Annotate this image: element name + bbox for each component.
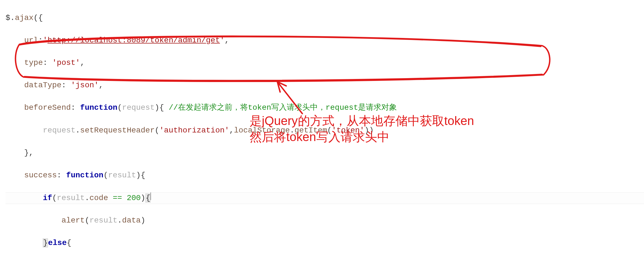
prop-beforesend: beforeSend	[24, 103, 71, 112]
url-string: http://localhost:8089/token/admin/get	[47, 36, 220, 45]
code-token: $	[6, 14, 10, 22]
prop-datatype: dataType	[24, 81, 61, 90]
code-comment: //在发起请求之前，将token写入请求头中，request是请求对象	[169, 103, 397, 112]
prop-success: success	[24, 171, 57, 180]
prop-url: url	[24, 36, 38, 45]
annotation-text-line2: 然后将token写入请求头中	[250, 129, 389, 144]
prop-type: type	[24, 58, 43, 67]
annotation-text-line1: 是jQuery的方式，从本地存储中获取token	[250, 113, 474, 128]
text-caret	[151, 192, 151, 200]
brace-match: {	[145, 193, 151, 203]
